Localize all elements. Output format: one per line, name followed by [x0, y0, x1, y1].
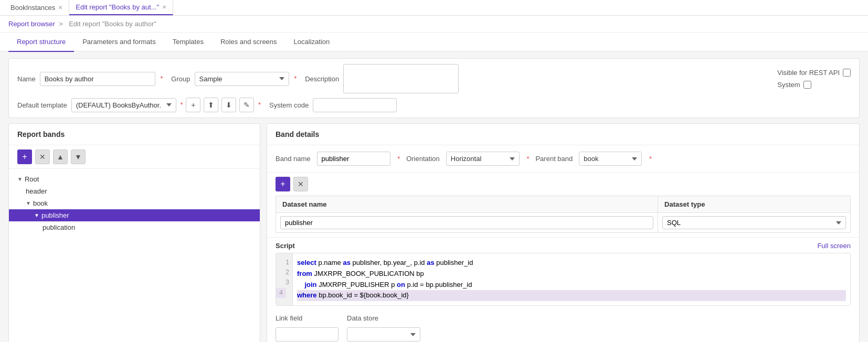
- dataset-row: SQL Groovy JPQL: [276, 213, 851, 233]
- script-section: Script Full screen 1 2 3 4 select p.name…: [267, 237, 859, 310]
- tab-parameters[interactable]: Parameters and formats: [74, 33, 164, 52]
- arrow-icon: ▼: [17, 176, 23, 182]
- arrow-icon: ▼: [26, 200, 31, 206]
- dataset-name-cell: [276, 213, 658, 233]
- right-panel: Band details Band name * Orientation Hor…: [267, 123, 860, 342]
- group-select[interactable]: Sample: [195, 72, 289, 86]
- right-panel-title: Band details: [267, 124, 859, 145]
- panels: Report bands + ✕ ▲ ▼ ▼ Root header ▼ boo…: [8, 123, 860, 342]
- system-label: System: [777, 81, 800, 89]
- template-label: Default template: [17, 101, 67, 109]
- tab-close-icon[interactable]: ✕: [58, 5, 62, 10]
- parent-band-label: Parent band: [535, 155, 573, 163]
- band-name-required: *: [398, 155, 400, 163]
- col-dataset-type: Dataset type: [658, 196, 851, 213]
- script-editor[interactable]: 1 2 3 4 select p.name as publisher, bp.y…: [276, 253, 851, 306]
- description-group: Description: [305, 64, 459, 93]
- data-store-select[interactable]: [347, 327, 420, 341]
- col-dataset-name: Dataset name: [276, 196, 658, 213]
- line-num-4: 4: [276, 288, 286, 298]
- tree-item-root[interactable]: ▼ Root: [9, 173, 260, 185]
- dataset-name-input[interactable]: [280, 216, 653, 229]
- data-store-label: Data store: [347, 314, 378, 322]
- description-textarea[interactable]: [343, 64, 459, 93]
- system-code-label: System code: [269, 101, 309, 109]
- dataset-section: + ✕ Dataset name Dataset type: [267, 173, 859, 237]
- left-panel-title: Report bands: [9, 124, 260, 145]
- description-label: Description: [305, 75, 339, 83]
- tree-item-label: publisher: [41, 211, 69, 219]
- link-field-group: Link field: [276, 314, 338, 341]
- code-content: select p.name as publisher, bp.year_, p.…: [293, 253, 850, 305]
- band-name-input[interactable]: [317, 152, 390, 166]
- tree-item-label: Root: [25, 175, 39, 183]
- tab-templates[interactable]: Templates: [164, 33, 212, 52]
- top-tab-edit-report[interactable]: Edit report "Books by aut..." ✕: [69, 0, 173, 15]
- link-field-label: Link field: [276, 314, 302, 322]
- template-select[interactable]: (DEFAULT) BooksByAuthor.xls: [71, 98, 176, 112]
- breadcrumb-current: Edit report "Books by author": [69, 20, 156, 28]
- system-code-input[interactable]: [313, 98, 397, 112]
- arrow-icon: ▼: [34, 212, 39, 218]
- line-num-2: 2: [279, 268, 289, 277]
- data-store-group: Data store: [347, 314, 420, 341]
- dataset-type-cell: SQL Groovy JPQL: [658, 213, 851, 233]
- group-required: *: [294, 75, 297, 82]
- top-tabs: BookInstances ✕ Edit report "Books by au…: [0, 0, 868, 16]
- dataset-type-select[interactable]: SQL Groovy JPQL: [662, 216, 846, 229]
- tree-item-header[interactable]: header: [9, 185, 260, 197]
- move-up-button[interactable]: ▲: [53, 149, 68, 164]
- tab-report-structure[interactable]: Report structure: [8, 33, 74, 52]
- remove-dataset-button[interactable]: ✕: [293, 177, 308, 191]
- link-field-input[interactable]: [276, 327, 338, 341]
- parent-band-select[interactable]: book Root header: [579, 152, 642, 166]
- dataset-table: Dataset name Dataset type SQL: [276, 196, 851, 233]
- tree-item-publisher[interactable]: ▼ publisher: [9, 209, 260, 221]
- tree-item-book[interactable]: ▼ book: [9, 197, 260, 209]
- remove-band-button[interactable]: ✕: [35, 149, 50, 164]
- tab-label: Edit report "Books by aut...": [76, 3, 159, 11]
- group-group: Group Sample *: [171, 72, 297, 86]
- nav-tabs: Report structure Parameters and formats …: [0, 33, 868, 52]
- system-group: System: [777, 81, 851, 89]
- template-required2: *: [258, 101, 261, 109]
- dataset-toolbar: + ✕: [276, 177, 851, 191]
- name-input[interactable]: [40, 72, 155, 86]
- breadcrumb-separator: >: [59, 20, 63, 28]
- template-edit-button[interactable]: ✎: [239, 98, 254, 112]
- system-code-group: System code: [269, 98, 397, 112]
- visible-rest-group: Visible for REST API: [777, 69, 851, 77]
- tab-close-icon[interactable]: ✕: [162, 4, 166, 10]
- name-required: *: [161, 75, 163, 82]
- add-dataset-button[interactable]: +: [276, 177, 290, 191]
- tree-item-publication[interactable]: publication: [9, 221, 260, 233]
- group-label: Group: [171, 75, 190, 83]
- system-checkbox[interactable]: [803, 81, 811, 89]
- band-tree: ▼ Root header ▼ book ▼ publisher publica…: [9, 169, 260, 238]
- visible-rest-label: Visible for REST API: [777, 69, 840, 77]
- add-band-button[interactable]: +: [17, 149, 32, 164]
- line-numbers: 1 2 3 4: [276, 253, 293, 305]
- template-download-button[interactable]: ⬇: [221, 98, 236, 112]
- template-row: (DEFAULT) BooksByAuthor.xls * + ⬆ ⬇ ✎ *: [71, 98, 261, 112]
- visible-rest-checkbox[interactable]: [843, 69, 851, 77]
- full-screen-link[interactable]: Full screen: [817, 242, 851, 250]
- orientation-select[interactable]: Horizontal Vertical: [446, 152, 520, 166]
- move-down-button[interactable]: ▼: [71, 149, 86, 164]
- tab-roles[interactable]: Roles and screens: [212, 33, 285, 52]
- band-toolbar: + ✕ ▲ ▼: [9, 145, 260, 169]
- template-required: *: [181, 101, 183, 109]
- orientation-required: *: [527, 155, 530, 163]
- breadcrumb-link[interactable]: Report browser: [8, 20, 55, 28]
- template-upload-button[interactable]: ⬆: [204, 98, 218, 112]
- template-group: Default template (DEFAULT) BooksByAuthor…: [17, 98, 261, 112]
- tree-item-label: book: [33, 199, 48, 207]
- tab-label: BookInstances: [10, 4, 55, 12]
- template-add-button[interactable]: +: [186, 98, 200, 112]
- breadcrumb: Report browser > Edit report "Books by a…: [0, 16, 868, 33]
- checkboxes-group: Visible for REST API System: [777, 69, 851, 89]
- top-tab-book-instances[interactable]: BookInstances ✕: [4, 0, 69, 15]
- name-group: Name *: [17, 72, 163, 86]
- form-row-name: Name * Group Sample * Description Visibl…: [17, 64, 851, 93]
- tab-localization[interactable]: Localization: [285, 33, 338, 52]
